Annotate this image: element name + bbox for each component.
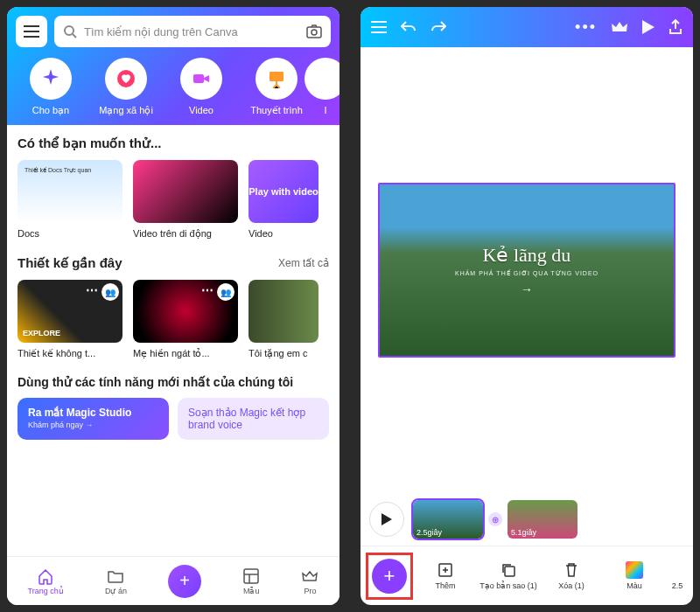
recent-card[interactable]: Tôi tặng em c bbox=[248, 280, 318, 359]
recent-thumb bbox=[248, 280, 318, 343]
clip-duration: 2.5giây bbox=[416, 528, 442, 537]
canvas-title[interactable]: Kẻ lãng du bbox=[455, 244, 598, 267]
recent-card[interactable]: ⋯ 👥 Mẹ hiền ngát tỏ... bbox=[133, 280, 238, 359]
nav-templates[interactable]: Mẫu bbox=[242, 567, 260, 595]
try-section-title: Có thể bạn muốn thử... bbox=[18, 136, 329, 151]
heart-icon bbox=[116, 69, 136, 88]
menu-button[interactable] bbox=[16, 16, 47, 47]
redo-icon[interactable] bbox=[430, 20, 446, 34]
play-button[interactable] bbox=[369, 502, 404, 537]
svg-rect-5 bbox=[270, 72, 284, 81]
recent-title: Thiết kế gần đây bbox=[18, 255, 122, 271]
people-icon: 👥 bbox=[217, 283, 234, 301]
top-header: Tìm kiếm nội dung trên Canva Cho bạn Mạn… bbox=[7, 7, 340, 125]
toolbar-color[interactable]: Màu bbox=[604, 561, 665, 590]
arrow-icon: → bbox=[455, 282, 598, 296]
recent-card[interactable]: ⋯ 👥 EXPLORE Thiết kế không t... bbox=[18, 280, 122, 359]
more-icon[interactable]: ⋯ bbox=[201, 283, 214, 297]
transition-button[interactable]: ⊕ bbox=[488, 512, 502, 526]
svg-rect-4 bbox=[193, 74, 204, 83]
features-title: Dùng thử các tính năng mới nhất của chún… bbox=[18, 375, 329, 389]
content-scroll[interactable]: Có thể bạn muốn thử... Thiết kế Docs Trự… bbox=[7, 125, 340, 556]
share-icon[interactable] bbox=[668, 19, 682, 35]
crown-icon[interactable] bbox=[611, 20, 628, 34]
home-icon bbox=[37, 567, 54, 585]
category-for-you[interactable]: Cho bạn bbox=[16, 58, 86, 116]
undo-icon[interactable] bbox=[401, 20, 416, 34]
bottom-nav: Trang chủ Dự án + Mẫu Pro bbox=[7, 556, 340, 605]
svg-point-0 bbox=[65, 26, 74, 35]
color-swatch-icon bbox=[626, 561, 643, 579]
nav-home[interactable]: Trang chủ bbox=[28, 567, 64, 595]
clips-row[interactable]: 2.5giây ⊕ 5.1giây bbox=[413, 500, 684, 539]
camera-icon[interactable] bbox=[306, 24, 322, 38]
toolbar-copy[interactable]: Tạo bản sao (1) bbox=[478, 561, 539, 590]
try-cards-row[interactable]: Thiết kế Docs Trực quan Docs Video trên … bbox=[18, 160, 329, 240]
copy-icon bbox=[500, 562, 516, 578]
try-thumb bbox=[133, 160, 238, 223]
sparkle-icon bbox=[41, 69, 60, 88]
features-row: Ra mắt Magic Studio Khám phá ngay → Soạn… bbox=[18, 398, 329, 440]
category-more[interactable]: I bbox=[317, 58, 334, 116]
plus-icon: + bbox=[384, 565, 396, 588]
timeline: 2.5giây ⊕ 5.1giây bbox=[360, 493, 693, 546]
nav-projects[interactable]: Dự án bbox=[105, 567, 127, 595]
canvas-subtitle[interactable]: KHÁM PHÁ THẾ GIỚI QUA TỪNG VIDEO bbox=[455, 270, 598, 277]
more-icon[interactable]: ⋯ bbox=[86, 283, 98, 297]
editor-topbar: ••• bbox=[360, 7, 693, 47]
toolbar-speed[interactable]: 2.5 bbox=[667, 561, 688, 590]
design-canvas[interactable]: Kẻ lãng du KHÁM PHÁ THẾ GIỚI QUA TỪNG VI… bbox=[378, 183, 676, 358]
home-screen: Tìm kiếm nội dung trên Canva Cho bạn Mạn… bbox=[7, 7, 340, 605]
timeline-clip[interactable]: 5.1giây bbox=[508, 500, 578, 539]
try-card-video[interactable]: Play with video Video bbox=[248, 160, 318, 240]
people-icon: 👥 bbox=[102, 283, 119, 301]
search-placeholder: Tìm kiếm nội dung trên Canva bbox=[84, 25, 299, 38]
template-icon bbox=[242, 567, 260, 585]
feature-card-magic-studio[interactable]: Ra mắt Magic Studio Khám phá ngay → bbox=[18, 398, 169, 440]
nav-create-button[interactable]: + bbox=[168, 565, 201, 598]
search-input[interactable]: Tìm kiếm nội dung trên Canva bbox=[54, 16, 331, 47]
crown-icon bbox=[301, 567, 318, 585]
add-highlight: + bbox=[366, 553, 413, 600]
recent-thumb: ⋯ 👥 bbox=[133, 280, 238, 343]
category-presentation[interactable]: Thuyết trình bbox=[242, 58, 312, 116]
toolbar-add[interactable]: Thêm bbox=[415, 561, 476, 590]
nav-pro[interactable]: Pro bbox=[301, 567, 318, 595]
menu-icon[interactable] bbox=[371, 21, 387, 33]
video-icon bbox=[192, 69, 211, 88]
menu-icon bbox=[24, 25, 39, 38]
try-thumb: Play with video bbox=[248, 160, 318, 223]
category-row[interactable]: Cho bạn Mạng xã hội Video Thuyết trình I bbox=[16, 58, 331, 125]
see-all-link[interactable]: Xem tất cả bbox=[278, 257, 329, 269]
editor-screen: ••• Kẻ lãng du KHÁM PHÁ THẾ GIỚI QUA TỪN… bbox=[360, 7, 693, 605]
toolbar-delete[interactable]: Xóa (1) bbox=[541, 561, 602, 590]
add-page-button[interactable]: + bbox=[372, 559, 407, 594]
play-icon bbox=[382, 513, 392, 525]
search-icon bbox=[63, 24, 77, 38]
svg-point-2 bbox=[312, 30, 317, 35]
timeline-clip[interactable]: 2.5giây bbox=[413, 500, 483, 539]
try-thumb: Thiết kế Docs Trực quan bbox=[18, 160, 122, 223]
try-card-docs[interactable]: Thiết kế Docs Trực quan Docs bbox=[18, 160, 122, 240]
category-social[interactable]: Mạng xã hội bbox=[91, 58, 161, 116]
easel-icon bbox=[267, 69, 286, 88]
trash-icon bbox=[564, 562, 578, 578]
svg-rect-6 bbox=[244, 569, 258, 583]
recent-thumb: ⋯ 👥 EXPLORE bbox=[18, 280, 122, 343]
feature-card-brand-voice[interactable]: Soạn thảo Magic kết hợp brand voice bbox=[178, 398, 329, 440]
category-video[interactable]: Video bbox=[166, 58, 236, 116]
play-icon[interactable] bbox=[642, 20, 654, 34]
folder-icon bbox=[107, 567, 124, 585]
editor-bottom-bar: + Thêm Tạo bản sao (1) Xóa (1) Màu 2.5 bbox=[360, 546, 693, 605]
svg-rect-1 bbox=[307, 27, 321, 38]
clip-duration: 5.1giây bbox=[511, 528, 536, 537]
add-page-icon bbox=[438, 562, 453, 578]
try-card-video-mobile[interactable]: Video trên di động bbox=[133, 160, 238, 240]
recent-cards-row[interactable]: ⋯ 👥 EXPLORE Thiết kế không t... ⋯ 👥 Mẹ h… bbox=[18, 280, 329, 359]
recent-section-header: Thiết kế gần đây Xem tất cả bbox=[18, 255, 329, 271]
svg-rect-8 bbox=[505, 567, 514, 576]
plus-icon: + bbox=[179, 571, 190, 591]
more-icon[interactable]: ••• bbox=[575, 18, 597, 37]
canvas-area[interactable]: Kẻ lãng du KHÁM PHÁ THẾ GIỚI QUA TỪNG VI… bbox=[360, 47, 693, 493]
